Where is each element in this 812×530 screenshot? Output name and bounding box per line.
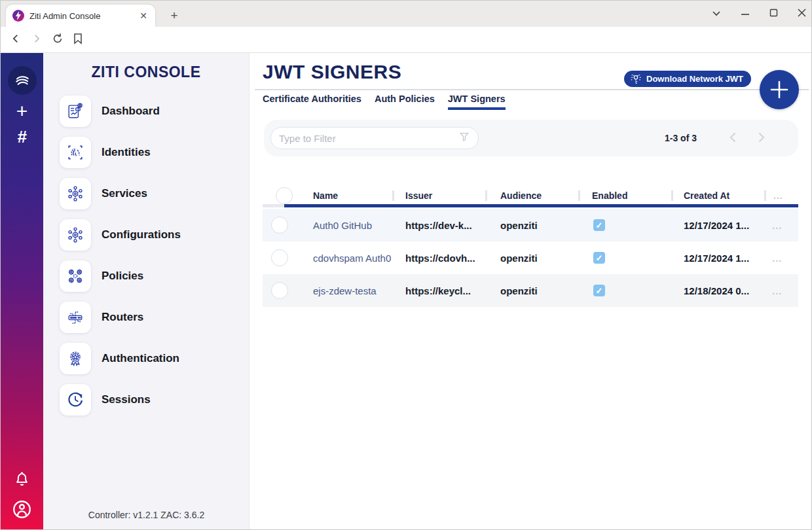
add-jwt-signer-button[interactable] <box>760 70 799 109</box>
enabled-checkbox[interactable]: ✓ <box>593 285 605 296</box>
filter-input-container[interactable] <box>270 127 479 149</box>
cell-audience: openziti <box>500 274 538 307</box>
router-icon <box>60 302 91 333</box>
ziti-logo-icon[interactable] <box>8 66 37 95</box>
sidebar-item-routers[interactable]: Routers <box>60 302 243 333</box>
sidebar-label: Configurations <box>101 228 181 241</box>
maximize-button[interactable] <box>769 8 778 20</box>
row-options-icon[interactable]: ... <box>772 209 783 241</box>
row-checkbox[interactable] <box>271 282 288 299</box>
download-network-jwt-label: Download Network JWT <box>646 74 743 84</box>
sidebar-item-authentication[interactable]: Authentication <box>60 343 243 374</box>
sidebar: ZITI CONSOLE Dashboard Identities Servic… <box>43 53 249 530</box>
table-header: Name Issuer Audience Enabled Created At … <box>249 186 812 205</box>
filter-input[interactable] <box>279 133 458 144</box>
clock-icon <box>60 384 91 415</box>
sidebar-item-policies[interactable]: Policies <box>60 260 243 292</box>
rail-add-icon[interactable]: + <box>1 100 43 122</box>
cell-name[interactable]: ejs-zdew-testa <box>313 274 393 307</box>
column-header-issuer[interactable]: Issuer <box>405 186 432 205</box>
filter-bar: 1-3 of 3 <box>264 120 798 156</box>
sidebar-label: Services <box>101 187 147 200</box>
sidebar-label: Dashboard <box>101 105 160 118</box>
tab-auth-policies[interactable]: Auth Policies <box>375 94 435 110</box>
version-footer: Controller: v1.2.1 ZAC: 3.6.2 <box>43 510 249 520</box>
cell-audience: openziti <box>500 241 538 274</box>
back-icon[interactable] <box>10 33 22 47</box>
fingerprint-icon <box>60 137 91 168</box>
cell-name[interactable]: cdovhspam Auth0 <box>313 241 393 274</box>
column-header-name[interactable]: Name <box>313 186 338 205</box>
table-row[interactable]: Auth0 GitHub https://dev-k... openziti ✓… <box>263 209 798 241</box>
header-underline-navy <box>284 204 798 207</box>
profile-icon[interactable] <box>12 499 32 522</box>
enabled-checkbox[interactable]: ✓ <box>593 219 605 231</box>
page-title: JWT SIGNERS <box>263 61 401 83</box>
header-underline-gray <box>263 204 284 207</box>
bookmark-icon[interactable] <box>73 33 83 47</box>
new-tab-button[interactable]: + <box>166 7 183 24</box>
filter-funnel-icon <box>458 131 470 145</box>
header-divider <box>255 89 809 90</box>
tab-jwt-signers[interactable]: JWT Signers <box>448 94 506 110</box>
notifications-bell-icon[interactable] <box>13 470 31 491</box>
ziti-favicon <box>12 10 24 22</box>
forward-icon[interactable] <box>31 33 43 47</box>
browser-toolbar: https://ctrl.cdaws.clint.demo.openziti.o… <box>1 27 812 53</box>
sidebar-item-sessions[interactable]: Sessions <box>60 384 243 415</box>
cell-issuer: https://cdovh... <box>405 241 490 274</box>
table-row[interactable]: cdovhspam Auth0 https://cdovh... openzit… <box>263 241 798 274</box>
sidebar-item-dashboard[interactable]: Dashboard <box>60 96 243 127</box>
browser-tab[interactable]: Ziti Admin Console ✕ <box>6 5 155 27</box>
reload-icon[interactable] <box>52 33 64 47</box>
row-options-icon[interactable]: ... <box>772 241 783 274</box>
column-header-audience[interactable]: Audience <box>500 186 542 205</box>
table-row[interactable]: ejs-zdew-testa https://keycl... openziti… <box>263 274 798 307</box>
network-icon <box>60 178 91 209</box>
sidebar-item-configurations[interactable]: Configurations <box>60 219 243 251</box>
browser-titlebar: Ziti Admin Console ✕ + <box>1 1 812 27</box>
minimize-button[interactable] <box>741 8 750 20</box>
gradient-rail: + # <box>1 53 43 530</box>
sidebar-label: Identities <box>101 146 151 159</box>
cell-issuer: https://keycl... <box>405 274 490 307</box>
enabled-checkbox[interactable]: ✓ <box>593 252 605 264</box>
cell-name[interactable]: Auth0 GitHub <box>313 209 393 241</box>
sidebar-item-identities[interactable]: Identities <box>60 137 243 168</box>
jwt-key-icon <box>629 73 642 85</box>
select-all-checkbox[interactable] <box>276 187 293 204</box>
auth-tabs: Certificate Authorities Auth Policies JW… <box>263 94 506 110</box>
close-button[interactable] <box>798 8 806 20</box>
pagination-next-icon[interactable] <box>754 130 768 147</box>
sidebar-label: Policies <box>101 270 143 283</box>
sidebar-item-services[interactable]: Services <box>60 178 243 209</box>
sidebar-label: Authentication <box>101 352 179 365</box>
cell-created-at: 12/18/2024 0... <box>684 274 749 307</box>
gears-icon <box>60 260 91 292</box>
network-icon <box>60 219 91 251</box>
row-checkbox[interactable] <box>271 249 288 266</box>
row-checkbox[interactable] <box>271 217 288 234</box>
rail-hash-icon[interactable]: # <box>1 127 43 147</box>
sidebar-label: Routers <box>101 311 143 324</box>
tab-title: Ziti Admin Console <box>29 11 133 21</box>
tab-search-icon[interactable] <box>712 8 721 20</box>
column-options-icon[interactable]: ... <box>773 186 783 205</box>
tab-certificate-authorities[interactable]: Certificate Authorities <box>263 94 361 110</box>
column-header-created-at[interactable]: Created At <box>684 186 729 205</box>
sidebar-label: Sessions <box>101 393 151 406</box>
download-network-jwt-button[interactable]: Download Network JWT <box>624 71 751 87</box>
badge-icon <box>60 343 91 374</box>
tab-close-icon[interactable]: ✕ <box>138 10 149 21</box>
cell-issuer: https://dev-k... <box>405 209 490 241</box>
pagination-range: 1-3 of 3 <box>665 120 697 156</box>
dashboard-icon <box>60 96 91 127</box>
row-options-icon[interactable]: ... <box>772 274 783 307</box>
cell-created-at: 12/17/2024 1... <box>684 209 749 241</box>
main-content: JWT SIGNERS Download Network JWT Certifi… <box>249 53 812 530</box>
pagination-prev-icon[interactable] <box>726 130 741 147</box>
column-header-enabled[interactable]: Enabled <box>592 186 627 205</box>
cell-audience: openziti <box>500 209 538 241</box>
cell-created-at: 12/17/2024 1... <box>684 241 749 274</box>
console-title: ZITI CONSOLE <box>43 63 249 81</box>
